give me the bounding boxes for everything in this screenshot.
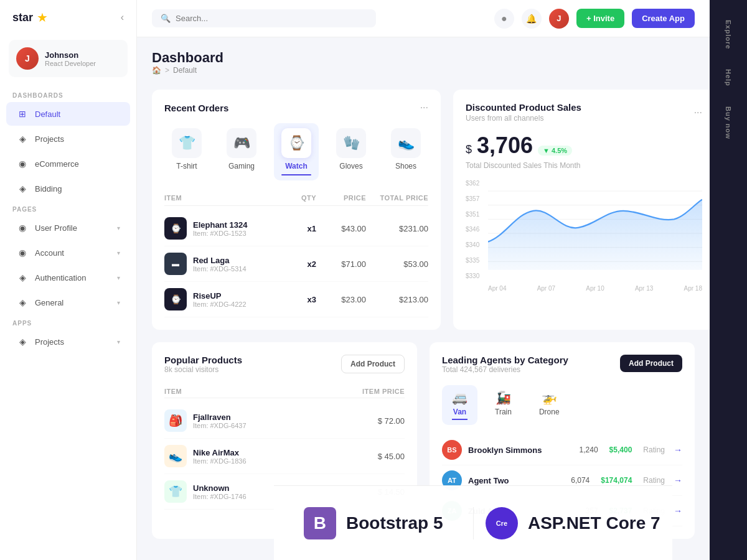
chevron-down-icon: ▾ bbox=[117, 225, 120, 231]
chart-y-labels: $362 $357 $351 $346 $340 $335 $330 bbox=[466, 180, 479, 279]
drone-icon: 🚁 bbox=[542, 390, 557, 405]
y-label: $346 bbox=[466, 226, 479, 233]
product-icon: 🎒 bbox=[164, 409, 187, 432]
sidebar-item-label: Account bbox=[35, 248, 111, 258]
item-id: Item: #XDG-5314 bbox=[193, 265, 247, 273]
sidebar-toggle-button[interactable]: ‹ bbox=[121, 12, 124, 23]
tab-train[interactable]: 🚂 Train bbox=[485, 385, 522, 425]
search-input[interactable] bbox=[176, 14, 367, 23]
bell-icon: 🔔 bbox=[526, 14, 537, 24]
tab-label: Gaming bbox=[228, 162, 255, 170]
y-label: $351 bbox=[466, 211, 479, 218]
page-header: Dashboard 🏠 > Default bbox=[152, 50, 695, 75]
sidebar-item-account[interactable]: ◉ Account ▾ bbox=[6, 241, 130, 264]
agents-add-button[interactable]: Add Product bbox=[620, 355, 682, 372]
train-icon: 🚂 bbox=[496, 390, 511, 405]
chevron-down-icon: ▾ bbox=[117, 274, 120, 281]
sidebar-item-default[interactable]: ⊞ Default bbox=[6, 102, 130, 126]
aspnet-text: ASP.NET Core 7 bbox=[528, 513, 660, 533]
sidebar-item-authentication[interactable]: ◈ Authentication ▾ bbox=[6, 266, 130, 289]
tab-underline bbox=[495, 419, 512, 420]
pages-section-label: PAGES bbox=[0, 201, 136, 215]
apps-projects-icon: ◈ bbox=[16, 335, 29, 348]
tab-gaming[interactable]: 🎮 Gaming bbox=[219, 123, 264, 180]
tab-tshirt[interactable]: 👕 T-shirt bbox=[164, 123, 209, 180]
tab-watch[interactable]: ⌚ Watch bbox=[274, 123, 319, 180]
order-tabs: 👕 T-shirt 🎮 Gaming ⌚ Watch bbox=[164, 123, 428, 180]
sidebar-item-bidding[interactable]: ◈ Bidding bbox=[6, 177, 130, 200]
sidebar-item-ecommerce[interactable]: ◉ eCommerce bbox=[6, 152, 130, 175]
topbar-user-avatar[interactable]: J bbox=[549, 9, 569, 29]
col-qty: QTY bbox=[279, 194, 316, 202]
y-label: $330 bbox=[466, 273, 479, 279]
agent-tabs: 🚐 Van 🚂 Train 🚁 Drone bbox=[442, 385, 682, 425]
bootstrap-text: Bootstrap 5 bbox=[346, 513, 443, 533]
pop-table-header: ITEM ITEM PRICE bbox=[164, 385, 405, 398]
sales-chart: $362 $357 $351 $346 $340 $335 $330 bbox=[466, 180, 702, 292]
sidebar-item-user-profile[interactable]: ◉ User Profile ▾ bbox=[6, 216, 130, 240]
agent-deliveries: 6,074 bbox=[571, 476, 590, 485]
bidding-icon: ◈ bbox=[16, 182, 29, 195]
explore-button[interactable]: Explore bbox=[720, 12, 737, 57]
sales-description: Total Discounted Sales This Month bbox=[466, 161, 702, 170]
y-label: $362 bbox=[466, 180, 479, 187]
topbar-avatar-gray[interactable]: ● bbox=[494, 9, 514, 29]
rating-arrow-icon[interactable]: → bbox=[674, 506, 682, 516]
item-details: Elephant 1324 Item: #XDG-1523 bbox=[193, 220, 247, 237]
add-product-button[interactable]: Add Product bbox=[341, 355, 405, 373]
agent-earnings: $5,400 bbox=[609, 446, 632, 454]
breadcrumb: 🏠 > Default bbox=[152, 66, 223, 75]
sidebar-item-general[interactable]: ◈ General ▾ bbox=[6, 291, 130, 314]
discounted-sales-card: Discounted Product Sales Users from all … bbox=[453, 90, 710, 330]
rating-label: Rating bbox=[643, 476, 665, 485]
sidebar-item-label: Default bbox=[35, 110, 120, 119]
bootstrap-b-icon: B bbox=[314, 513, 326, 533]
item-details: Red Laga Item: #XDG-5314 bbox=[193, 256, 247, 273]
product-name: Nike AirMax bbox=[193, 448, 247, 457]
sidebar-item-label: Authentication bbox=[35, 273, 111, 282]
sidebar-item-projects-app[interactable]: ◈ Projects ▾ bbox=[6, 330, 130, 353]
tab-drone[interactable]: 🚁 Drone bbox=[529, 385, 570, 425]
agents-subtitle: Total 424,567 deliveries bbox=[442, 365, 568, 374]
topbar-notification-button[interactable]: 🔔 bbox=[522, 9, 542, 29]
tab-gloves[interactable]: 🧤 Gloves bbox=[329, 123, 374, 180]
pop-subtitle: 8k social visitors bbox=[164, 365, 242, 374]
tab-underline bbox=[539, 419, 560, 420]
more-options-button[interactable]: ··· bbox=[420, 102, 428, 113]
help-button[interactable]: Help bbox=[720, 62, 737, 94]
product-details: Unknown Item: #XDG-1746 bbox=[193, 483, 247, 500]
trend-value: 4.5% bbox=[552, 147, 567, 154]
item-total: $231.00 bbox=[366, 224, 428, 233]
sidebar-item-projects[interactable]: ◈ Projects bbox=[6, 127, 130, 151]
create-app-button[interactable]: Create App bbox=[632, 9, 695, 28]
card-header: Recent Orders ··· bbox=[164, 102, 428, 113]
main-grid: Recent Orders ··· 👕 T-shirt 🎮 Gaming bbox=[152, 90, 695, 330]
more-options-button[interactable]: ··· bbox=[694, 107, 702, 118]
user-info: Johnson React Developer bbox=[45, 50, 96, 67]
buy-now-button[interactable]: Buy now bbox=[720, 99, 737, 147]
table-row: ▬ Red Laga Item: #XDG-5314 x2 $71.00 $53… bbox=[164, 246, 428, 282]
rating-arrow-icon[interactable]: → bbox=[674, 475, 682, 485]
avatar-initials: J bbox=[25, 54, 30, 63]
agents-title: Leading Agents by Category bbox=[442, 355, 568, 365]
x-label: Apr 10 bbox=[586, 285, 604, 292]
product-name: Fjallraven bbox=[193, 413, 247, 422]
x-label: Apr 18 bbox=[684, 285, 702, 292]
orders-table: ITEM QTY PRICE TOTAL PRICE ⌚ Elephant 13… bbox=[164, 190, 428, 317]
default-icon: ⊞ bbox=[16, 108, 29, 120]
tab-shoes[interactable]: 👟 Shoes bbox=[383, 123, 428, 180]
product-id: Item: #XDG-6437 bbox=[193, 422, 247, 429]
item-qty: x2 bbox=[279, 259, 316, 269]
van-icon: 🚐 bbox=[452, 390, 467, 405]
gloves-icon-box: 🧤 bbox=[336, 128, 366, 158]
invite-button[interactable]: + Invite bbox=[576, 9, 624, 28]
product-icon: 👟 bbox=[164, 445, 187, 467]
agent-avatar: BS bbox=[442, 440, 462, 460]
product-info: 🎒 Fjallraven Item: #XDG-6437 bbox=[164, 409, 342, 432]
y-label: $357 bbox=[466, 195, 479, 202]
tab-van[interactable]: 🚐 Van bbox=[442, 385, 477, 425]
rating-arrow-icon[interactable]: → bbox=[674, 445, 682, 455]
agent-name: Brooklyn Simmons bbox=[468, 446, 573, 455]
tab-label: Train bbox=[495, 408, 512, 416]
item-icon: ⌚ bbox=[164, 217, 187, 240]
